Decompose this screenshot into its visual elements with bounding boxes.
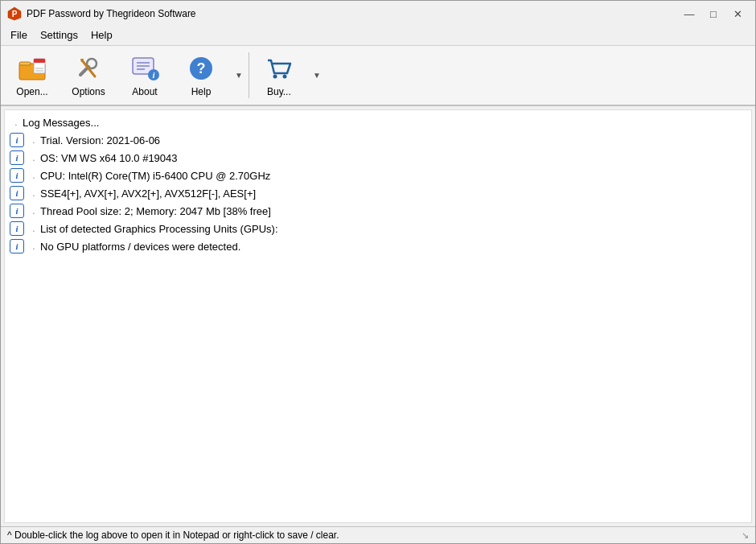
log-area[interactable]: . Log Messages... i . Trial. Version: 20…: [4, 109, 752, 523]
about-icon: i: [129, 53, 161, 84]
svg-point-21: [273, 75, 277, 79]
menu-help[interactable]: Help: [84, 27, 119, 43]
title-bar-left: P PDF Password by Thegrideon Software: [7, 6, 196, 21]
toolbar: PDF Open... Options: [1, 46, 755, 106]
log-text-4: SSE4[+], AVX[+], AVX2[+], AVX512F[-], AE…: [40, 188, 256, 200]
svg-text:P: P: [12, 10, 18, 19]
log-info-icon-4: i: [10, 186, 24, 200]
minimize-button[interactable]: —: [678, 6, 701, 22]
log-info-icon-1: i: [10, 133, 24, 147]
log-info-icon-6: i: [10, 221, 24, 236]
buy-dropdown-arrow[interactable]: ▼: [307, 49, 325, 101]
log-entry-6: i . List of detected Graphics Processing…: [5, 220, 751, 237]
buy-button[interactable]: Buy...: [251, 49, 307, 101]
options-button[interactable]: Options: [60, 49, 117, 101]
title-bar: P PDF Password by Thegrideon Software — …: [1, 1, 755, 25]
log-entry-7: i . No GPU platforms / devices were dete…: [5, 237, 751, 255]
svg-rect-3: [19, 62, 31, 65]
about-button[interactable]: i About: [117, 49, 173, 101]
log-info-icon-5: i: [10, 204, 24, 218]
svg-text:?: ?: [197, 60, 206, 76]
log-header-row: . Log Messages...: [5, 113, 751, 131]
title-bar-controls: — □ ✕: [678, 6, 749, 22]
log-entry-2: i . OS: VM WS x64 10.0 #19043: [5, 149, 751, 167]
log-entry-4: i . SSE4[+], AVX[+], AVX2[+], AVX512F[-]…: [5, 184, 751, 202]
help-label: Help: [191, 86, 212, 97]
svg-point-22: [282, 75, 286, 79]
log-info-icon-7: i: [10, 239, 24, 253]
options-icon: [72, 53, 105, 84]
svg-text:PDF: PDF: [36, 62, 43, 66]
log-text-5: Thread Pool size: 2; Memory: 2047 Mb [38…: [40, 205, 271, 217]
title-bar-title: PDF Password by Thegrideon Software: [27, 8, 196, 19]
resize-handle[interactable]: ↘: [742, 530, 749, 541]
menu-settings[interactable]: Settings: [34, 27, 84, 43]
options-label: Options: [72, 86, 105, 97]
menu-bar: File Settings Help: [1, 25, 755, 46]
buy-icon: [263, 53, 295, 84]
open-icon: PDF: [16, 53, 48, 84]
menu-file[interactable]: File: [4, 27, 34, 43]
buy-label: Buy...: [267, 86, 291, 97]
close-button[interactable]: ✕: [726, 6, 749, 22]
open-button[interactable]: PDF Open...: [4, 49, 60, 101]
log-entry-5: i . Thread Pool size: 2; Memory: 2047 Mb…: [5, 202, 751, 220]
status-bar: ^ Double-click the log above to open it …: [1, 526, 755, 543]
log-text-2: OS: VM WS x64 10.0 #19043: [40, 152, 178, 164]
status-hint: ^ Double-click the log above to open it …: [7, 530, 339, 541]
app-icon: P: [7, 6, 22, 21]
log-info-icon-2: i: [10, 150, 24, 165]
open-label: Open...: [16, 86, 47, 97]
help-icon: ?: [185, 53, 217, 84]
help-button[interactable]: ? Help: [173, 49, 229, 101]
log-info-icon-3: i: [10, 168, 24, 183]
log-text-3: CPU: Intel(R) Core(TM) i5-6400 CPU @ 2.7…: [40, 170, 270, 182]
maximize-button[interactable]: □: [702, 6, 725, 22]
about-label: About: [132, 86, 157, 97]
log-entry-1: i . Trial. Version: 2021-06-06: [5, 131, 751, 149]
toolbar-separator: [249, 52, 249, 98]
log-text-6: List of detected Graphics Processing Uni…: [40, 223, 278, 235]
log-header: Log Messages...: [23, 117, 99, 129]
help-dropdown-arrow[interactable]: ▼: [229, 49, 247, 101]
log-text-7: No GPU platforms / devices were detected…: [40, 241, 240, 253]
log-text-1: Trial. Version: 2021-06-06: [40, 134, 160, 146]
log-entry-3: i . CPU: Intel(R) Core(TM) i5-6400 CPU @…: [5, 167, 751, 184]
